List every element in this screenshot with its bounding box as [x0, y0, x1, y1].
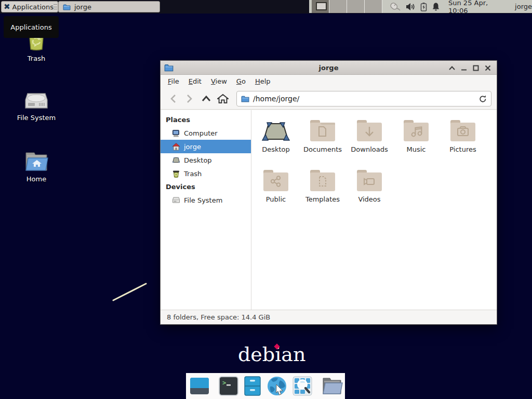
- menu-go[interactable]: Go: [232, 76, 250, 87]
- home-icon: [172, 143, 180, 151]
- sidebar-item-jorge[interactable]: jorge: [161, 140, 251, 153]
- up-button[interactable]: [199, 91, 214, 106]
- workspace-window-preview: [316, 2, 327, 10]
- desktop-icon-label: File System: [8, 114, 65, 122]
- home-folder-icon: [8, 151, 65, 172]
- drive-icon: [172, 196, 180, 204]
- location-bar[interactable]: /home/jorge/: [236, 91, 491, 107]
- svg-text:>: >: [222, 379, 226, 387]
- videos-folder-icon: [356, 164, 383, 192]
- close-button[interactable]: [482, 62, 494, 74]
- menu-file[interactable]: File: [163, 76, 184, 87]
- panel-handle[interactable]: [54, 4, 57, 9]
- pictures-folder-icon: [449, 114, 476, 142]
- workspace-3[interactable]: [347, 0, 365, 13]
- xfce-logo-icon: ✖: [4, 3, 10, 11]
- templates-folder-icon: [309, 164, 336, 192]
- top-panel: ✖ Applications jorge: [0, 0, 532, 14]
- sidebar-item-trash[interactable]: File System Trash: [161, 167, 251, 180]
- desktop-icon-label: Trash: [8, 55, 65, 62]
- desktop-special-icon: [261, 114, 290, 142]
- menu-edit[interactable]: Edit: [184, 76, 206, 87]
- file-item-desktop[interactable]: Desktop: [252, 114, 299, 164]
- show-desktop-button[interactable]: [189, 375, 210, 397]
- trash-icon: [172, 170, 180, 178]
- workspace-switcher[interactable]: [312, 0, 382, 13]
- side-pane: Places Computer jorge: [161, 110, 251, 310]
- applications-menu-button[interactable]: ✖ Applications: [1, 1, 58, 12]
- menubar: File Edit View Go Help: [161, 75, 497, 88]
- directory-menu-launcher[interactable]: [321, 375, 343, 397]
- sidebar-item-computer[interactable]: Computer: [161, 126, 251, 140]
- file-item-videos[interactable]: Videos: [346, 164, 393, 214]
- taskbar-window-button[interactable]: jorge: [58, 1, 160, 12]
- reload-icon[interactable]: [479, 95, 487, 103]
- notifications-bell-icon[interactable]: [432, 2, 440, 11]
- file-item-templates[interactable]: Templates: [299, 164, 346, 214]
- workspace-2[interactable]: [329, 0, 347, 13]
- minimize-button[interactable]: [458, 62, 470, 74]
- side-header-devices: Devices: [161, 180, 251, 193]
- public-folder-icon: [262, 164, 289, 192]
- web-browser-launcher[interactable]: [266, 375, 288, 397]
- debian-logo: debian: [223, 343, 312, 369]
- desktop-icon: [172, 156, 180, 164]
- mouse-icon[interactable]: [389, 2, 401, 11]
- file-cabinet-launcher[interactable]: [243, 375, 262, 397]
- hard-drive-icon: [8, 89, 65, 111]
- statusbar: 8 folders, Free space: 14.4 GiB: [161, 310, 497, 324]
- menu-view[interactable]: View: [206, 76, 232, 87]
- sidebar-item-desktop[interactable]: Desktop: [161, 153, 251, 167]
- maximize-button[interactable]: [470, 62, 482, 74]
- side-header-places: Places: [161, 113, 251, 126]
- applications-menu-label: Applications: [12, 3, 54, 11]
- sidebar-item-file-system[interactable]: File System: [161, 193, 251, 207]
- volume-icon[interactable]: [406, 3, 416, 11]
- app-finder-icon: [292, 376, 313, 396]
- panel-tray-zone: Sun 25 Apr, 10:06 jorge: [309, 0, 532, 13]
- documents-folder-icon: [309, 114, 336, 142]
- file-item-downloads[interactable]: Downloads: [346, 114, 393, 164]
- debian-logo-text: debian: [238, 343, 305, 366]
- web-browser-globe-icon: [266, 375, 288, 397]
- terminal-icon: >: [218, 376, 239, 396]
- panel-clock[interactable]: Sun 25 Apr, 10:06: [448, 0, 508, 15]
- battery-icon[interactable]: [420, 2, 427, 11]
- bottom-dock: >: [186, 373, 345, 399]
- app-finder-launcher[interactable]: [292, 375, 313, 397]
- file-item-documents[interactable]: Documents: [299, 114, 346, 164]
- taskbar-window-label: jorge: [74, 3, 91, 11]
- music-folder-icon: [403, 114, 430, 142]
- show-desktop-icon: [189, 376, 210, 396]
- desktop-icon-file-system[interactable]: File System: [8, 89, 65, 122]
- location-folder-icon: [241, 95, 249, 102]
- desktop-line-artifact: [109, 280, 153, 305]
- applications-tooltip: Applications: [4, 16, 59, 38]
- file-manager-window: jorge File Edit View Go Help: [160, 60, 497, 325]
- forward-button[interactable]: [182, 91, 197, 106]
- tooltip-text: Applications: [10, 23, 51, 31]
- back-button[interactable]: [166, 91, 180, 106]
- file-cabinet-icon: [243, 376, 262, 396]
- panel-user-menu[interactable]: jorge: [515, 3, 532, 10]
- folder-icon: [63, 4, 71, 10]
- shade-button[interactable]: [446, 62, 458, 74]
- terminal-launcher[interactable]: >: [218, 375, 239, 397]
- desktop-icon-label: Home: [8, 175, 65, 183]
- workspace-1[interactable]: [312, 0, 329, 13]
- downloads-folder-icon: [356, 114, 383, 142]
- toolbar: /home/jorge/: [161, 88, 497, 110]
- directory-folder-icon: [321, 376, 343, 396]
- statusbar-text: 8 folders, Free space: 14.4 GiB: [167, 313, 270, 321]
- computer-icon: [172, 129, 180, 137]
- location-path[interactable]: /home/jorge/: [253, 95, 475, 103]
- workspace-4[interactable]: [365, 0, 382, 13]
- home-button[interactable]: [216, 91, 230, 106]
- window-titlebar[interactable]: jorge: [161, 61, 497, 75]
- file-item-music[interactable]: Music: [393, 114, 440, 164]
- menu-help[interactable]: Help: [250, 76, 275, 87]
- file-item-pictures[interactable]: Pictures: [440, 114, 486, 164]
- file-item-public[interactable]: Public: [252, 164, 299, 214]
- file-icon-view[interactable]: Desktop Documents: [251, 110, 497, 310]
- desktop-icon-home[interactable]: Home: [8, 151, 65, 183]
